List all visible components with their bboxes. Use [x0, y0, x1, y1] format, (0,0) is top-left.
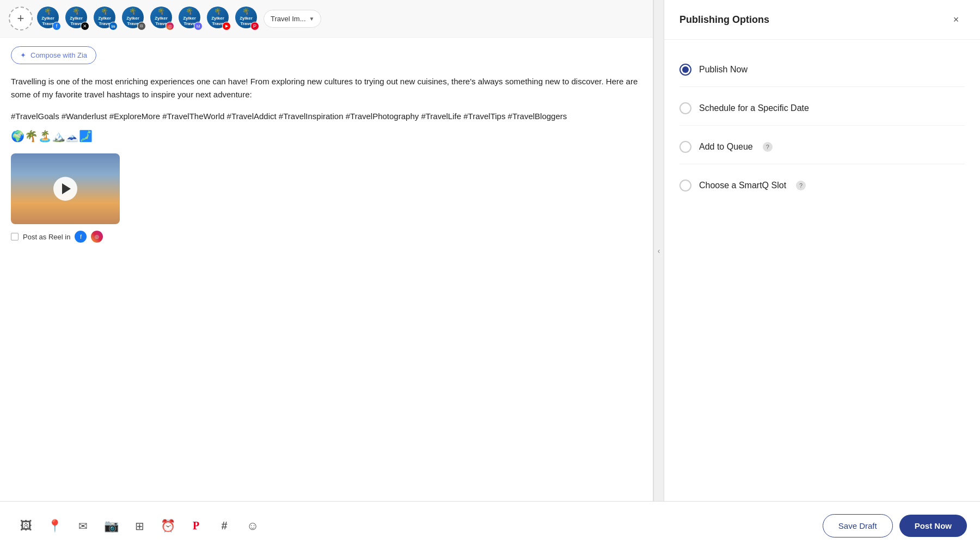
- radio-inner-publish-now: [682, 66, 689, 73]
- twitter-badge: ✕: [81, 22, 89, 30]
- zia-button-label: Compose with Zia: [30, 51, 87, 59]
- post-as-reel-row: Post as Reel in f ◎: [11, 231, 642, 243]
- grid-icon: ⊞: [135, 520, 144, 533]
- video-thumbnail[interactable]: [11, 153, 120, 224]
- toolbar-icons-group: 🖼 📍 ✉ 📷 ⊞ ⏰ P # ☺: [13, 513, 266, 539]
- account-avatar-yt[interactable]: 🌴 ZylkerTrave ▶: [207, 7, 231, 30]
- profile-dropdown[interactable]: Travel Im... ▼: [264, 10, 321, 28]
- radio-add-queue[interactable]: [679, 141, 691, 153]
- panel-title: Publishing Options: [679, 14, 769, 26]
- panel-header: Publishing Options ×: [664, 0, 980, 40]
- instagram-reel-icon: ◎: [91, 231, 103, 243]
- mastodon-badge: M: [194, 22, 203, 30]
- publishing-options-panel: Publishing Options × Publish Now Schedul…: [664, 0, 980, 501]
- facebook-badge: f: [52, 22, 61, 30]
- youtube-badge: ▶: [222, 22, 231, 30]
- publishing-options-list: Publish Now Schedule for a Specific Date…: [664, 40, 980, 215]
- play-icon: [62, 183, 71, 194]
- save-draft-label: Save Draft: [838, 521, 877, 530]
- image-icon: 🖼: [20, 519, 32, 533]
- close-icon: ×: [953, 14, 959, 26]
- schedule-icon: ⏰: [161, 519, 175, 533]
- close-panel-button[interactable]: ×: [947, 11, 965, 28]
- account-avatar-bk[interactable]: 🌴 ZylkerTrave ⊟: [122, 7, 146, 30]
- smartq-help-icon[interactable]: ?: [796, 181, 806, 190]
- compose-zia-button[interactable]: ✦ Compose with Zia: [11, 46, 96, 64]
- post-now-button[interactable]: Post Now: [899, 515, 967, 537]
- radio-publish-now[interactable]: [679, 64, 691, 76]
- emoji-button[interactable]: ☺: [240, 513, 266, 539]
- pinterest-icon: P: [193, 520, 199, 532]
- grid-button[interactable]: ⊞: [126, 513, 152, 539]
- option-smartq[interactable]: Choose a SmartQ Slot ?: [679, 169, 965, 202]
- option-add-queue[interactable]: Add to Queue ?: [679, 130, 965, 164]
- zia-icon: ✦: [20, 51, 26, 59]
- accounts-bar: + 🌴 ZylkerTrave f 🌴 ZylkerTrave: [0, 0, 653, 38]
- hashtag-button[interactable]: #: [211, 513, 237, 539]
- add-queue-help-icon[interactable]: ?: [763, 142, 773, 152]
- save-draft-button[interactable]: Save Draft: [823, 514, 893, 537]
- radio-schedule-date[interactable]: [679, 102, 691, 114]
- image-upload-button[interactable]: 🖼: [13, 513, 39, 539]
- location-icon: 📍: [47, 519, 62, 533]
- camera-icon: 📷: [104, 519, 119, 533]
- option-publish-now[interactable]: Publish Now: [679, 53, 965, 87]
- linkedin-badge: in: [109, 22, 118, 30]
- radio-smartq[interactable]: [679, 180, 691, 191]
- post-now-label: Post Now: [915, 521, 952, 530]
- facebook-reel-icon: f: [75, 231, 87, 243]
- chevron-down-icon: ▼: [309, 16, 315, 22]
- mention-button[interactable]: ✉: [70, 513, 96, 539]
- option-add-queue-label: Add to Queue: [699, 142, 753, 152]
- post-text-content: Travelling is one of the most enriching …: [11, 75, 642, 101]
- location-button[interactable]: 📍: [41, 513, 68, 539]
- post-as-reel-label: Post as Reel in: [23, 233, 70, 241]
- mention-icon: ✉: [78, 520, 88, 533]
- add-account-button[interactable]: +: [9, 7, 33, 30]
- hashtags-content: #TravelGoals #Wanderlust #ExploreMore #T…: [11, 110, 642, 123]
- collapse-icon: ‹: [658, 246, 660, 255]
- schedule-button[interactable]: ⏰: [155, 513, 181, 539]
- bottom-toolbar: 🖼 📍 ✉ 📷 ⊞ ⏰ P # ☺ Save Draft P: [0, 501, 980, 550]
- account-avatar-li[interactable]: 🌴 ZylkerTrave in: [94, 7, 118, 30]
- account-avatar-ig[interactable]: 🌴 ZylkerTrave ◎: [150, 7, 174, 30]
- profile-dropdown-label: Travel Im...: [271, 15, 306, 23]
- buffer-badge: ⊟: [137, 22, 146, 30]
- instagram-badge: ◎: [166, 22, 174, 30]
- pinterest-badge: P: [250, 22, 259, 30]
- option-publish-now-label: Publish Now: [699, 65, 748, 75]
- option-smartq-label: Choose a SmartQ Slot: [699, 181, 786, 190]
- play-button[interactable]: [53, 177, 77, 201]
- option-schedule-date-label: Schedule for a Specific Date: [699, 103, 809, 113]
- compose-area: ✦ Compose with Zia Travelling is one of …: [0, 38, 653, 501]
- post-as-reel-checkbox[interactable]: [11, 233, 19, 240]
- pinterest-button[interactable]: P: [183, 513, 209, 539]
- account-avatar-fb[interactable]: 🌴 ZylkerTrave f: [37, 7, 61, 30]
- emoji-icon: ☺: [247, 519, 259, 533]
- account-avatar-ma[interactable]: 🌴 ZylkerTrave M: [179, 7, 203, 30]
- toolbar-actions-group: Save Draft Post Now: [823, 514, 967, 537]
- account-avatar-tw[interactable]: 🌴 ZylkerTrave ✕: [65, 7, 89, 30]
- camera-button[interactable]: 📷: [98, 513, 124, 539]
- hashtag-icon: #: [221, 520, 227, 532]
- account-avatar-pi[interactable]: 🌴 ZylkerTrave P: [235, 7, 259, 30]
- collapse-handle[interactable]: ‹: [653, 0, 664, 501]
- option-schedule-date[interactable]: Schedule for a Specific Date: [679, 91, 965, 126]
- emojis-content: 🌍🌴🏝️🏔️🗻🗾: [11, 129, 642, 143]
